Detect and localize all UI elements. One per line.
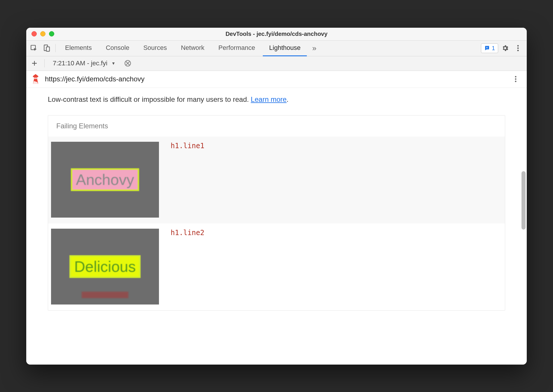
thumb-secondary — [82, 292, 128, 298]
panel-header: Failing Elements — [48, 116, 505, 136]
divider — [44, 59, 45, 67]
report-url: https://jec.fyi/demo/cds-anchovy — [45, 75, 505, 83]
learn-more-link[interactable]: Learn more — [251, 95, 287, 103]
titlebar: DevTools - jec.fyi/demo/cds-anchovy — [26, 28, 527, 41]
inspect-element-icon[interactable] — [28, 42, 40, 54]
report-header: https://jec.fyi/demo/cds-anchovy — [26, 71, 527, 88]
svg-rect-3 — [487, 47, 487, 48]
new-report-button[interactable] — [29, 58, 40, 69]
zoom-window-button[interactable] — [49, 31, 54, 36]
issues-button[interactable]: 1 — [481, 43, 498, 53]
settings-icon[interactable] — [499, 42, 511, 54]
lighthouse-toolbar: 7:21:10 AM - jec.fyi ▼ — [26, 56, 527, 71]
devtools-tabstrip: Elements Console Sources Network Perform… — [26, 41, 527, 56]
svg-point-11 — [515, 76, 517, 78]
report-dropdown[interactable]: 7:21:10 AM - jec.fyi ▼ — [49, 60, 119, 67]
divider — [55, 44, 56, 52]
issues-icon — [484, 45, 490, 51]
close-window-button[interactable] — [32, 31, 37, 36]
tab-performance[interactable]: Performance — [212, 41, 262, 56]
minimize-window-button[interactable] — [40, 31, 46, 36]
svg-point-5 — [517, 48, 519, 49]
failing-element-row[interactable]: Anchovy h1.line1 — [48, 136, 505, 223]
svg-point-4 — [517, 45, 519, 47]
more-tabs-icon[interactable]: » — [308, 44, 320, 53]
report-content: Low-contrast text is difficult or imposs… — [26, 88, 527, 365]
failing-elements-panel: Failing Elements Anchovy h1.line1 Delici… — [48, 115, 505, 311]
window-controls — [32, 31, 54, 36]
chevron-down-icon: ▼ — [111, 61, 116, 66]
issues-count: 1 — [492, 45, 495, 52]
tab-network[interactable]: Network — [174, 41, 211, 56]
report-menu-icon[interactable] — [510, 73, 522, 85]
thumb-text: Anchovy — [71, 168, 139, 191]
tab-console[interactable]: Console — [99, 41, 136, 56]
scrollbar-thumb[interactable] — [522, 171, 526, 230]
svg-rect-10 — [34, 78, 37, 78]
svg-point-13 — [515, 81, 517, 82]
tab-sources[interactable]: Sources — [137, 41, 173, 56]
svg-point-12 — [515, 78, 517, 80]
element-selector: h1.line1 — [171, 142, 204, 150]
lighthouse-logo-icon — [32, 74, 40, 84]
devtools-window: DevTools - jec.fyi/demo/cds-anchovy Elem… — [26, 28, 527, 365]
thumb-text: Delicious — [69, 255, 141, 278]
window-title: DevTools - jec.fyi/demo/cds-anchovy — [26, 31, 527, 37]
device-toolbar-icon[interactable] — [41, 42, 52, 54]
element-screenshot: Anchovy — [51, 142, 159, 218]
tab-lighthouse[interactable]: Lighthouse — [263, 41, 307, 56]
failing-element-row[interactable]: Delicious h1.line2 — [48, 223, 505, 310]
report-label: 7:21:10 AM - jec.fyi — [53, 60, 107, 67]
svg-rect-2 — [46, 47, 50, 51]
svg-point-6 — [517, 50, 519, 51]
clear-icon[interactable] — [122, 57, 134, 69]
more-options-icon[interactable] — [512, 42, 524, 54]
tab-elements[interactable]: Elements — [59, 41, 98, 56]
element-screenshot: Delicious — [51, 229, 159, 304]
audit-description: Low-contrast text is difficult or imposs… — [48, 95, 505, 104]
element-selector: h1.line2 — [171, 229, 204, 237]
